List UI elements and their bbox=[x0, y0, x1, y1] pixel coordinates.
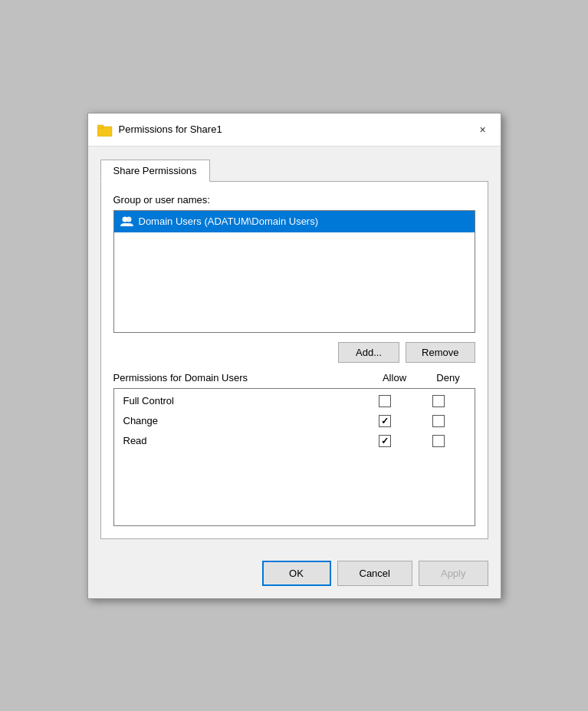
title-bar-left: Permissions for Share1 bbox=[97, 123, 222, 137]
perm-allow-read-cell bbox=[358, 435, 412, 447]
perm-deny-change-cell bbox=[412, 415, 465, 427]
perm-deny-read-checkbox[interactable] bbox=[432, 435, 445, 447]
dialog-window: Permissions for Share1 × Share Permissio… bbox=[87, 113, 501, 599]
users-section-label: Group or user names: bbox=[113, 194, 475, 206]
close-button[interactable]: × bbox=[475, 121, 491, 138]
title-bar: Permissions for Share1 × bbox=[88, 114, 501, 146]
remove-button[interactable]: Remove bbox=[406, 342, 475, 363]
permissions-allow-header: Allow bbox=[368, 372, 422, 383]
perm-deny-full-control-cell bbox=[412, 395, 465, 407]
apply-button[interactable]: Apply bbox=[419, 561, 488, 586]
tab-content: Group or user names: Domain Users ( bbox=[100, 181, 488, 539]
perm-allow-full-control-cell bbox=[358, 395, 412, 407]
perm-name-change: Change bbox=[123, 415, 358, 426]
user-item[interactable]: Domain Users (ADATUM\Domain Users) bbox=[114, 211, 475, 232]
user-name-label: Domain Users (ADATUM\Domain Users) bbox=[139, 216, 319, 227]
perm-deny-read-cell bbox=[412, 435, 465, 447]
users-list-box[interactable]: Domain Users (ADATUM\Domain Users) bbox=[113, 210, 475, 333]
perm-deny-full-control-checkbox[interactable] bbox=[432, 395, 445, 407]
perm-allow-read-checkbox[interactable] bbox=[379, 435, 391, 447]
perm-allow-full-control-checkbox[interactable] bbox=[379, 395, 391, 407]
dialog-title: Permissions for Share1 bbox=[119, 123, 222, 135]
perm-row-full-control: Full Control bbox=[123, 395, 465, 407]
add-button[interactable]: Add... bbox=[338, 342, 399, 363]
perm-row-change: Change bbox=[123, 415, 465, 427]
svg-rect-1 bbox=[97, 125, 103, 128]
tab-share-permissions[interactable]: Share Permissions bbox=[100, 160, 210, 182]
cancel-button[interactable]: Cancel bbox=[337, 561, 412, 586]
user-group-icon bbox=[119, 214, 134, 229]
svg-point-3 bbox=[122, 216, 127, 222]
folder-icon bbox=[97, 123, 113, 137]
permissions-table: Full Control Change bbox=[113, 388, 475, 526]
perm-name-full-control: Full Control bbox=[123, 395, 358, 407]
perm-allow-change-checkbox[interactable] bbox=[379, 415, 391, 427]
dialog-body: Share Permissions Group or user names: bbox=[88, 146, 501, 551]
perm-allow-change-cell bbox=[358, 415, 412, 427]
dialog-footer: OK Cancel Apply bbox=[88, 551, 501, 598]
perm-row-read: Read bbox=[123, 435, 465, 447]
perm-name-read: Read bbox=[123, 435, 358, 446]
permissions-for-label: Permissions for Domain Users bbox=[113, 372, 368, 383]
tab-bar: Share Permissions bbox=[100, 159, 488, 182]
permissions-header: Permissions for Domain Users Allow Deny bbox=[113, 372, 475, 383]
ok-button[interactable]: OK bbox=[262, 561, 331, 586]
perm-deny-change-checkbox[interactable] bbox=[432, 415, 445, 427]
add-remove-row: Add... Remove bbox=[113, 342, 475, 363]
permissions-deny-header: Deny bbox=[422, 372, 475, 383]
